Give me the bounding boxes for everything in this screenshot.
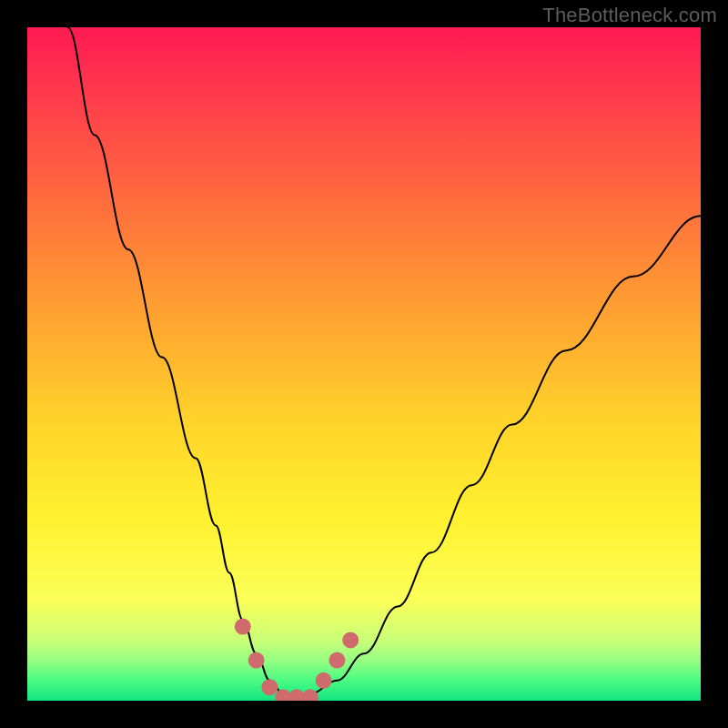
- bottleneck-curve: [67, 27, 701, 697]
- marker-dot: [235, 619, 251, 635]
- curve-layer: [27, 27, 701, 701]
- bottom-markers: [235, 619, 359, 701]
- chart-frame: TheBottleneck.com: [0, 0, 728, 728]
- marker-dot: [329, 652, 345, 669]
- plot-area: [27, 27, 701, 701]
- marker-dot: [316, 672, 332, 689]
- watermark-text: TheBottleneck.com: [542, 4, 717, 27]
- marker-dot: [261, 679, 278, 695]
- marker-dot: [248, 652, 265, 669]
- marker-dot: [342, 632, 359, 648]
- marker-dot: [302, 689, 318, 701]
